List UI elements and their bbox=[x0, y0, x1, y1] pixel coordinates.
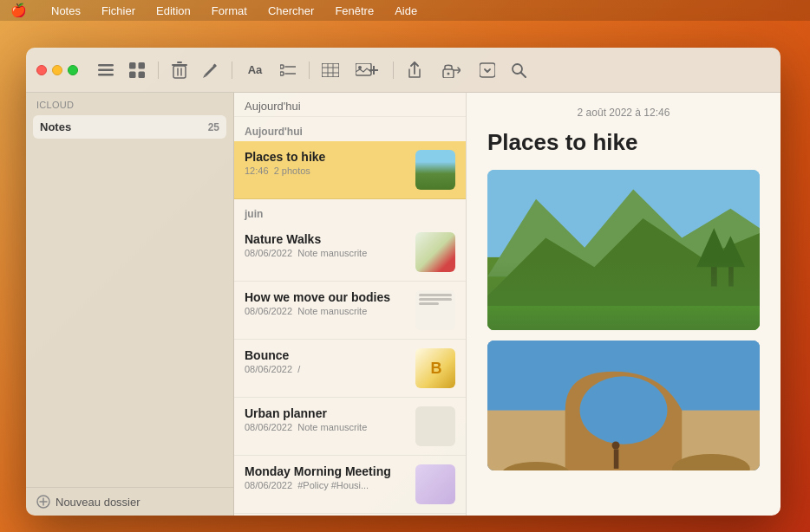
note-text: Places to hike 12:46 2 photos bbox=[245, 150, 407, 176]
note-thumb-places bbox=[415, 150, 455, 190]
menu-chercher[interactable]: Chercher bbox=[265, 3, 317, 19]
svg-rect-33 bbox=[487, 257, 760, 330]
sidebar-notes-count: 25 bbox=[208, 121, 219, 133]
sidebar-item-notes[interactable]: Notes 25 bbox=[33, 115, 226, 139]
svg-rect-13 bbox=[280, 65, 284, 68]
svg-line-28 bbox=[521, 72, 526, 77]
svg-rect-2 bbox=[98, 74, 114, 76]
note-title-bounce: Bounce bbox=[245, 348, 407, 362]
minimize-button[interactable] bbox=[52, 65, 62, 75]
share-button[interactable] bbox=[401, 56, 428, 84]
note-detail-title: Places to hike bbox=[487, 129, 760, 156]
notes-list: Aujourd'hui Aujourd'hui Places to hike 1… bbox=[234, 93, 467, 516]
media-button[interactable] bbox=[348, 56, 386, 84]
note-title-move: How we move our bodies bbox=[245, 290, 407, 304]
window-body: iCloud Notes 25 Nouveau dossier bbox=[26, 93, 781, 516]
note-item-how-we-move[interactable]: How we move our bodies 08/06/2022 Note m… bbox=[234, 282, 466, 340]
section-header-juin: juin bbox=[234, 199, 466, 224]
svg-rect-8 bbox=[177, 62, 182, 63]
note-item-monday[interactable]: Monday Morning Meeting 08/06/2022 #Polic… bbox=[234, 456, 466, 514]
sidebar-notes-label: Notes bbox=[40, 120, 71, 133]
svg-rect-26 bbox=[480, 63, 495, 77]
list-view-button[interactable] bbox=[92, 56, 120, 84]
svg-rect-15 bbox=[280, 72, 284, 75]
note-meta-monday: 08/06/2022 #Policy #Housi... bbox=[245, 480, 407, 490]
separator-1 bbox=[158, 62, 159, 79]
note-text-monday: Monday Morning Meeting 08/06/2022 #Polic… bbox=[245, 464, 407, 490]
note-detail: 2 août 2022 à 12:46 Places to hike bbox=[467, 93, 781, 516]
separator-4 bbox=[393, 62, 394, 79]
more-options-button[interactable] bbox=[474, 56, 501, 84]
svg-rect-39 bbox=[728, 263, 734, 287]
sidebar-footer: Nouveau dossier bbox=[26, 487, 233, 516]
note-thumb-bounce: B bbox=[415, 348, 455, 388]
toolbar: Aa bbox=[26, 48, 781, 93]
traffic-lights bbox=[36, 65, 78, 75]
svg-rect-1 bbox=[98, 68, 114, 71]
note-thumb-urban bbox=[415, 406, 455, 446]
delete-button[interactable] bbox=[166, 56, 193, 84]
close-button[interactable] bbox=[36, 65, 47, 75]
menu-format[interactable]: Format bbox=[208, 3, 251, 19]
svg-rect-37 bbox=[711, 257, 717, 287]
separator-2 bbox=[232, 62, 232, 79]
menu-edition[interactable]: Edition bbox=[153, 3, 194, 19]
maximize-button[interactable] bbox=[68, 65, 78, 75]
sidebar: iCloud Notes 25 Nouveau dossier bbox=[26, 93, 234, 516]
note-item-bounce[interactable]: Bounce 08/06/2022 / B bbox=[234, 340, 466, 398]
note-text-nature: Nature Walks 08/06/2022 Note manuscrite bbox=[245, 232, 407, 258]
svg-rect-0 bbox=[98, 64, 114, 67]
apple-menu[interactable]: 🍎 bbox=[7, 1, 30, 20]
search-button[interactable] bbox=[505, 56, 532, 84]
svg-rect-6 bbox=[139, 71, 146, 78]
note-title-nature: Nature Walks bbox=[245, 232, 407, 246]
svg-point-46 bbox=[612, 441, 620, 449]
photo-grid bbox=[487, 170, 760, 470]
photo-mountain bbox=[487, 170, 760, 330]
svg-point-25 bbox=[447, 72, 450, 75]
note-meta-places: 12:46 2 photos bbox=[245, 165, 407, 176]
note-title-places: Places to hike bbox=[245, 150, 407, 164]
new-folder-button[interactable]: Nouveau dossier bbox=[36, 495, 140, 509]
new-folder-label: Nouveau dossier bbox=[56, 496, 140, 509]
menu-fichier[interactable]: Fichier bbox=[98, 3, 139, 19]
notes-list-header: Aujourd'hui bbox=[234, 93, 466, 117]
note-item-urban[interactable]: Urban planner 08/06/2022 Note manuscrite bbox=[234, 398, 466, 456]
menu-aide[interactable]: Aide bbox=[391, 3, 421, 19]
sidebar-section: Notes 25 bbox=[26, 114, 233, 140]
notes-window: Aa bbox=[26, 48, 781, 516]
photo-arch bbox=[487, 341, 760, 470]
note-thumb-monday bbox=[415, 464, 455, 504]
note-text-bounce: Bounce 08/06/2022 / bbox=[245, 348, 407, 374]
note-timestamp: 2 août 2022 à 12:46 bbox=[487, 107, 760, 119]
svg-rect-45 bbox=[614, 449, 619, 468]
note-text-urban: Urban planner 08/06/2022 Note manuscrite bbox=[245, 406, 407, 432]
note-meta-urban: 08/06/2022 Note manuscrite bbox=[245, 422, 407, 432]
svg-rect-9 bbox=[173, 66, 186, 78]
menu-fenetre[interactable]: Fenêtre bbox=[331, 3, 377, 19]
note-thumb-move bbox=[415, 290, 455, 330]
svg-rect-36 bbox=[487, 306, 760, 330]
note-text-move: How we move our bodies 08/06/2022 Note m… bbox=[245, 290, 407, 316]
gallery-view-button[interactable] bbox=[123, 56, 151, 84]
note-meta-move: 08/06/2022 Note manuscrite bbox=[245, 306, 407, 316]
menubar: 🍎 Notes Fichier Edition Format Chercher … bbox=[0, 0, 810, 21]
note-thumb-nature bbox=[415, 232, 455, 272]
format-button[interactable]: Aa bbox=[239, 56, 271, 84]
note-title-monday: Monday Morning Meeting bbox=[245, 464, 407, 478]
sidebar-cloud-label: iCloud bbox=[26, 93, 233, 114]
separator-3 bbox=[309, 62, 310, 79]
compose-button[interactable] bbox=[197, 56, 225, 84]
menu-notes[interactable]: Notes bbox=[48, 3, 84, 19]
svg-rect-3 bbox=[129, 62, 136, 69]
note-meta-nature: 08/06/2022 Note manuscrite bbox=[245, 248, 407, 258]
checklist-button[interactable] bbox=[274, 56, 302, 84]
svg-rect-17 bbox=[322, 63, 339, 77]
note-item-places-to-hike[interactable]: Places to hike 12:46 2 photos bbox=[234, 141, 466, 199]
svg-rect-4 bbox=[139, 62, 146, 69]
table-button[interactable] bbox=[317, 56, 344, 84]
note-item-nature-walks[interactable]: Nature Walks 08/06/2022 Note manuscrite bbox=[234, 224, 466, 282]
svg-rect-5 bbox=[129, 71, 136, 78]
lock-button[interactable] bbox=[432, 56, 470, 84]
note-title-urban: Urban planner bbox=[245, 406, 407, 420]
